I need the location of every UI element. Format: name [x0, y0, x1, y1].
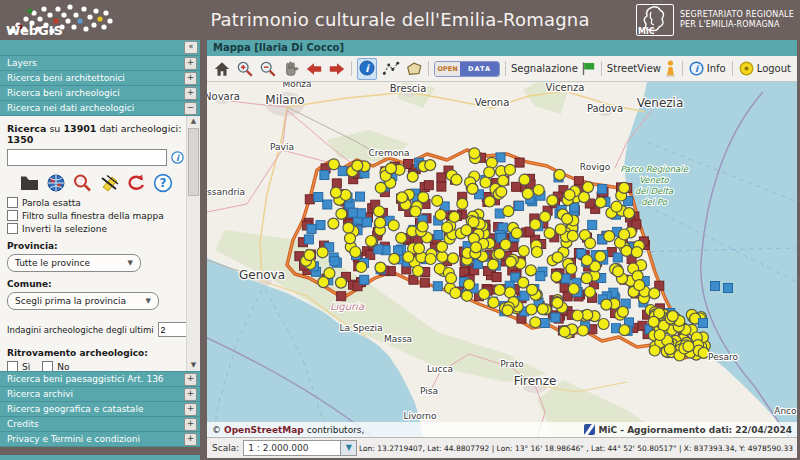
- accordion-label: Ricerca beni paesaggistici Art. 136: [7, 374, 164, 384]
- collapse-minus-icon[interactable]: −: [184, 102, 197, 115]
- reset-refresh-icon[interactable]: [126, 173, 147, 193]
- svg-text:Vicenza: Vicenza: [546, 82, 585, 93]
- svg-text:del Delta: del Delta: [635, 186, 674, 196]
- sidebar-item-ricerca-paesaggistici[interactable]: Ricerca beni paesaggistici Art. 136 +: [0, 372, 200, 387]
- expand-icon[interactable]: +: [184, 57, 197, 70]
- open-data-button[interactable]: OPEN DATA: [434, 61, 500, 77]
- checkbox[interactable]: [7, 197, 18, 208]
- pan-hand-icon[interactable]: [282, 60, 300, 78]
- summary-ricerca: Ricerca: [7, 123, 46, 134]
- accordion-label: Credits: [7, 419, 39, 429]
- zoom-in-icon[interactable]: [236, 60, 254, 78]
- checkbox-label: Parola esatta: [22, 198, 81, 208]
- checkbox-parola-esatta[interactable]: Parola esatta: [7, 197, 184, 208]
- accordion-label: Ricerca beni archeologici: [7, 88, 120, 98]
- ritrovamento-label: Ritrovamento archeologico:: [7, 348, 184, 358]
- attribution-right: MiC - Aggiornamento dati: 22/04/2024: [584, 424, 793, 435]
- svg-text:La Spezia: La Spezia: [339, 323, 382, 333]
- sidebar-item-ricerca-archivi[interactable]: Ricerca archivi +: [0, 387, 200, 402]
- checkbox[interactable]: [7, 210, 18, 221]
- home-icon[interactable]: [213, 60, 231, 78]
- scale-select[interactable]: 1 : 2.000.000 ▼: [243, 440, 357, 456]
- panel-scrollbar[interactable]: ▲ ▼: [186, 116, 200, 371]
- checkbox[interactable]: [42, 361, 53, 372]
- mic-logo-text: SEGRETARIATO REGIONALE PER L'EMILIA-ROMA…: [680, 10, 794, 30]
- summary-count: 1350: [7, 134, 33, 145]
- mic-logo-icon: MiC: [636, 4, 674, 36]
- streetview-button[interactable]: StreetView: [607, 60, 677, 77]
- zoom-out-icon[interactable]: [259, 60, 277, 78]
- checkbox-filtro-mappa[interactable]: Filtro sulla finestra della mappa: [7, 210, 184, 221]
- pegman-icon: [664, 60, 677, 77]
- openstreetmap-link[interactable]: OpenStreetMap: [224, 425, 304, 435]
- globe-icon[interactable]: [46, 173, 66, 193]
- expand-icon[interactable]: +: [184, 388, 197, 401]
- scale-value: 1 : 2.000.000: [244, 443, 340, 453]
- map-toolbar: i OPEN DATA Segnalazione StreetView: [207, 56, 797, 82]
- sidebar-item-ricerca-nei-dati-archeologici[interactable]: Ricerca nei dati archeologici −: [0, 101, 200, 116]
- checkbox-inverti-selezione[interactable]: Inverti la selezione: [7, 223, 184, 234]
- open-data-right: DATA: [460, 62, 499, 76]
- scroll-down-icon[interactable]: ▼: [187, 360, 200, 371]
- chevron-down-icon: ▼: [128, 259, 133, 267]
- sidebar-item-credits[interactable]: Credits +: [0, 417, 200, 432]
- checkbox[interactable]: [7, 361, 18, 372]
- svg-text:Prato: Prato: [500, 359, 524, 369]
- sidebar: « Layers + Ricerca beni architettonici +…: [0, 40, 200, 460]
- expand-icon[interactable]: +: [184, 433, 197, 446]
- sidebar-item-layers[interactable]: Layers +: [0, 56, 200, 71]
- checkbox[interactable]: [7, 223, 18, 234]
- provincia-select[interactable]: Tutte le province ▼: [7, 254, 141, 272]
- expand-icon[interactable]: +: [184, 418, 197, 431]
- sidebar-item-ricerca-beni-archeologici[interactable]: Ricerca beni archeologici +: [0, 86, 200, 101]
- measure-area-icon[interactable]: [405, 60, 423, 78]
- sidebar-item-ricerca-geografica[interactable]: Ricerca geografica e catastale +: [0, 402, 200, 417]
- scroll-up-icon[interactable]: ▲: [187, 116, 200, 127]
- scala-label: Scala:: [212, 443, 239, 453]
- scrollbar-thumb[interactable]: [188, 128, 199, 196]
- accordion-label: Ricerca geografica e catastale: [7, 404, 143, 414]
- search-input[interactable]: [7, 149, 167, 166]
- sidebar-item-ricerca-beni-architettonici[interactable]: Ricerca beni architettonici +: [0, 71, 200, 86]
- map-panel: Mappa [Ilaria Di Cocco]: [207, 40, 797, 458]
- checkbox-si[interactable]: Sì: [7, 361, 30, 372]
- svg-text:Padova: Padova: [587, 103, 623, 114]
- indagini-anni-input[interactable]: [158, 322, 188, 337]
- indagini-label: Indagini archeologiche degli ultimi: [7, 325, 154, 335]
- sidebar-collapse-bar: «: [0, 40, 200, 56]
- expand-icon[interactable]: +: [184, 87, 197, 100]
- svg-text:Milano: Milano: [265, 93, 304, 107]
- map-statusbar: Scala: 1 : 2.000.000 ▼ Lon: 13.2719407, …: [207, 437, 797, 458]
- expand-icon[interactable]: +: [184, 373, 197, 386]
- comune-select[interactable]: Scegli prima la provincia ▼: [7, 292, 159, 310]
- search-summary: Ricerca su 13901 dati archeologici: 1350: [7, 123, 184, 145]
- previous-view-icon[interactable]: [305, 60, 323, 78]
- toolbar-separator: [732, 61, 733, 76]
- sidebar-item-privacy[interactable]: Privacy e Termini e condizioni +: [0, 432, 200, 447]
- info-icon[interactable]: i: [171, 151, 184, 164]
- chevron-down-icon[interactable]: ▼: [340, 441, 356, 455]
- accordion-label: Privacy e Termini e condizioni: [7, 434, 140, 444]
- logout-button[interactable]: Logout: [739, 61, 791, 76]
- comune-label: Comune:: [7, 279, 184, 289]
- checkbox-no[interactable]: No: [42, 361, 69, 372]
- search-zoom-icon[interactable]: [72, 173, 93, 193]
- map-canvas[interactable]: NovaraMilanoMonzaBresciaVeronaVicenzaPad…: [207, 82, 797, 437]
- expand-icon[interactable]: +: [184, 72, 197, 85]
- next-view-icon[interactable]: [328, 60, 346, 78]
- identify-info-icon: i: [359, 60, 375, 76]
- summary-label: dati archeologici:: [100, 123, 182, 134]
- highlighter-icon[interactable]: [99, 173, 120, 193]
- expand-icon[interactable]: +: [184, 403, 197, 416]
- checkbox-label: Filtro sulla finestra della mappa: [22, 211, 164, 221]
- map-svg[interactable]: NovaraMilanoMonzaBresciaVeronaVicenzaPad…: [207, 82, 797, 437]
- info-button[interactable]: i Info: [689, 61, 726, 76]
- segnalazione-button[interactable]: Segnalazione: [511, 61, 596, 76]
- identify-info-button-active[interactable]: i: [357, 58, 377, 80]
- sidebar-collapse-button[interactable]: «: [184, 41, 198, 54]
- measure-line-icon[interactable]: [382, 60, 400, 78]
- open-folder-icon[interactable]: [19, 173, 40, 193]
- help-icon[interactable]: ?: [153, 173, 173, 193]
- svg-text:?: ?: [160, 176, 167, 190]
- svg-text:del Po: del Po: [641, 197, 668, 207]
